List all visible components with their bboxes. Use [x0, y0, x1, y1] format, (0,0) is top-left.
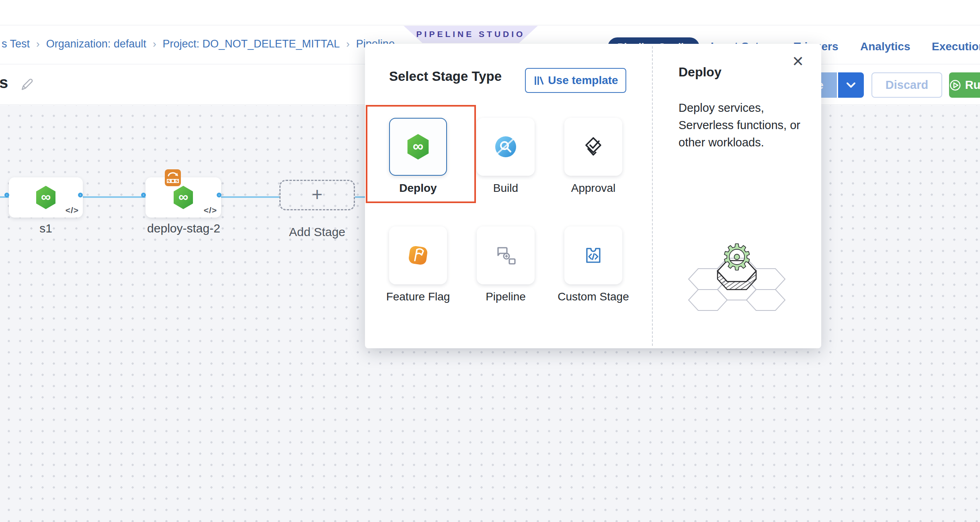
- deploy-cd-hexagon-icon: ∞: [406, 133, 431, 160]
- svg-text:∞: ∞: [413, 138, 424, 154]
- breadcrumb-separator: ›: [36, 38, 40, 50]
- play-circle-icon: [949, 78, 962, 92]
- custom-stage-code-icon: [582, 244, 605, 267]
- breadcrumb: s Test›Organization: default›Project: DO…: [2, 38, 395, 50]
- stage-tile-feature-flag[interactable]: [389, 226, 447, 284]
- template-library-icon: [533, 75, 544, 86]
- stage-panel-title: Deploy: [679, 65, 722, 80]
- code-view-icon[interactable]: </>: [66, 206, 79, 215]
- svg-text:∞: ∞: [41, 189, 51, 204]
- stage-tile-build[interactable]: [477, 118, 535, 176]
- pipeline-name-partial: s: [0, 74, 8, 92]
- edge-line: [355, 196, 366, 198]
- use-template-label: Use template: [548, 74, 618, 87]
- pipeline-studio-page: ∞ </> ∞ </> s1 deploy-stag-2 + Add Stage: [0, 0, 980, 522]
- discard-button[interactable]: Discard: [871, 72, 942, 98]
- top-nav-strip: [0, 0, 980, 25]
- breadcrumb-item-project[interactable]: Project: DO_NOT_DELETE_MITTAL: [163, 38, 340, 50]
- stage-label-build[interactable]: Build: [467, 181, 544, 196]
- add-stage-label: Add Stage: [279, 225, 355, 239]
- run-button[interactable]: Run: [949, 72, 980, 98]
- plus-icon: +: [312, 185, 323, 203]
- run-label: Run: [965, 78, 980, 92]
- node-label-deploy-stag-2: deploy-stag-2: [133, 222, 234, 235]
- add-stage-button[interactable]: +: [279, 180, 355, 210]
- breadcrumb-item-account[interactable]: s Test: [2, 38, 30, 50]
- feature-flag-icon: [406, 243, 431, 268]
- stage-tile-pipeline[interactable]: [477, 226, 535, 284]
- breadcrumb-item-organization[interactable]: Organization: default: [46, 38, 146, 50]
- stage-node-deploy-stag-2[interactable]: ∞ </>: [146, 177, 221, 218]
- stage-label-pipeline[interactable]: Pipeline: [467, 289, 544, 304]
- gear-glyph: ⚙: [721, 237, 753, 277]
- stage-label-deploy[interactable]: Deploy: [380, 181, 456, 196]
- node-port[interactable]: [4, 193, 9, 197]
- select-stage-type-modal: Select Stage Type Use template ∞: [365, 44, 821, 348]
- edit-pencil-icon[interactable]: [18, 76, 35, 94]
- pipeline-chained-stages-icon: [494, 244, 517, 267]
- stage-label-custom[interactable]: Custom Stage: [555, 289, 631, 304]
- breadcrumb-separator: ›: [153, 38, 156, 50]
- breadcrumb-separator: ›: [346, 38, 350, 50]
- tab-analytics[interactable]: Analytics: [860, 40, 910, 53]
- node-label-s1: s1: [9, 222, 83, 235]
- save-options-caret-button[interactable]: [837, 72, 864, 98]
- use-template-button[interactable]: Use template: [525, 68, 626, 93]
- close-icon[interactable]: ✕: [792, 54, 804, 69]
- stage-panel-description: Deploy services, Serverless functions, o…: [679, 99, 801, 151]
- stage-label-feature-flag[interactable]: Feature Flag: [380, 289, 456, 304]
- stage-tile-deploy[interactable]: ∞: [389, 118, 447, 176]
- rolling-deployment-badge-icon: [165, 169, 181, 186]
- modal-title: Select Stage Type: [389, 69, 502, 84]
- stage-tile-custom[interactable]: [564, 226, 622, 284]
- code-view-icon[interactable]: </>: [204, 206, 217, 215]
- panel-divider: [652, 46, 653, 346]
- svg-text:∞: ∞: [178, 189, 188, 204]
- stage-node-s1[interactable]: ∞ </>: [9, 177, 83, 218]
- node-port[interactable]: [141, 193, 146, 197]
- node-port[interactable]: [78, 193, 83, 197]
- build-ci-icon: [494, 135, 517, 158]
- deploy-illustration: ⚙: [672, 231, 801, 317]
- edge-line: [82, 196, 146, 198]
- node-port[interactable]: [217, 193, 221, 197]
- discard-label: Discard: [886, 78, 928, 92]
- cd-hexagon-icon: ∞: [35, 185, 57, 210]
- cd-hexagon-icon: ∞: [172, 185, 195, 210]
- tab-executions[interactable]: Executions: [932, 40, 980, 53]
- approval-check-icon: [582, 135, 605, 158]
- pipeline-studio-badge: PIPELINE STUDIO: [404, 26, 538, 43]
- stage-tile-approval[interactable]: [564, 118, 622, 176]
- edge-line: [221, 196, 280, 198]
- chevron-down-icon: [846, 82, 856, 89]
- stage-label-approval[interactable]: Approval: [555, 181, 631, 196]
